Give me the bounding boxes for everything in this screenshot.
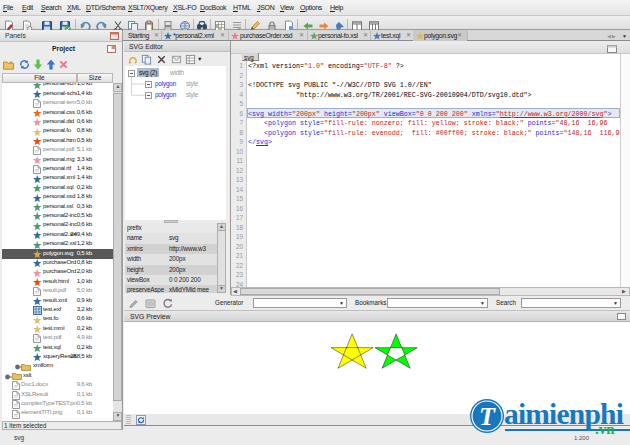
svg-text:T: T [479,402,496,431]
